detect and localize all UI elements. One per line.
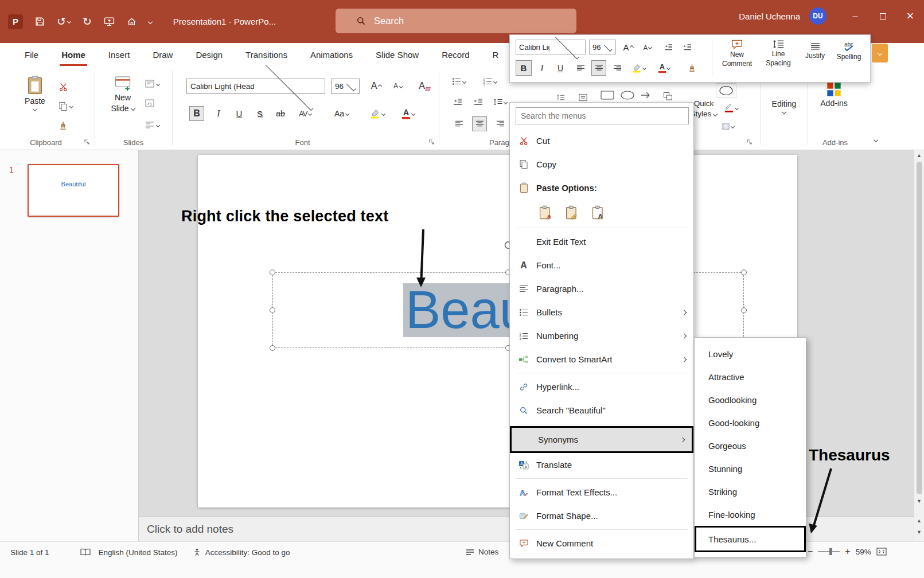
mini-font-size-combo[interactable]: 96 bbox=[589, 40, 616, 54]
section-button[interactable] bbox=[145, 121, 159, 129]
new-slide-button[interactable]: New Slide bbox=[105, 75, 141, 113]
mini-italic-button[interactable]: I bbox=[534, 60, 550, 76]
mini-grow-font-button[interactable]: A bbox=[621, 40, 636, 55]
slide-thumbnail[interactable]: Beautiful bbox=[28, 164, 119, 217]
collapse-ribbon-button[interactable] bbox=[874, 134, 878, 144]
scroll-down-icon[interactable]: ▼ bbox=[914, 499, 924, 504]
tab-design[interactable]: Design bbox=[187, 43, 231, 66]
mini-format-painter-button[interactable] bbox=[684, 60, 699, 76]
search-box[interactable]: Search bbox=[336, 9, 576, 33]
menu-item-bullets[interactable]: Bullets bbox=[510, 300, 693, 324]
scroll-up-icon[interactable]: ▲ bbox=[914, 153, 924, 158]
zoom-in-button[interactable]: + bbox=[845, 546, 850, 557]
resize-handle-top-left[interactable] bbox=[270, 270, 275, 275]
font-name-combo[interactable]: Calibri Light (Headings) bbox=[186, 79, 325, 94]
zoom-out-button[interactable]: − bbox=[808, 546, 813, 557]
menu-item-translate[interactable]: Aa Translate bbox=[510, 453, 693, 477]
spelling-button[interactable]: abc Spelling bbox=[831, 41, 867, 61]
mini-align-right-button[interactable] bbox=[610, 60, 625, 76]
accessibility-button[interactable]: Accessibility: Good to go bbox=[193, 548, 290, 557]
character-spacing-button[interactable]: AV bbox=[297, 106, 313, 121]
tab-review-partial[interactable]: R bbox=[484, 43, 508, 66]
menu-item-cut[interactable]: Cut bbox=[510, 129, 693, 153]
font-color-button[interactable]: A bbox=[400, 106, 416, 121]
text-shadow-button[interactable]: S bbox=[252, 106, 267, 121]
mini-font-name-combo[interactable]: Calibri Light (He bbox=[516, 40, 586, 54]
undo-button[interactable]: ↺ bbox=[57, 16, 71, 27]
previous-slide-icon[interactable]: ▲ bbox=[914, 518, 924, 524]
menu-search-input[interactable] bbox=[516, 107, 689, 124]
mini-bold-button[interactable]: B bbox=[516, 60, 532, 76]
strikethrough-button[interactable]: ab bbox=[273, 106, 288, 121]
increase-indent-button[interactable] bbox=[471, 95, 486, 110]
menu-item-format-text-effects[interactable]: A Format Text Effects... bbox=[510, 481, 693, 504]
bold-button[interactable]: B bbox=[189, 106, 204, 121]
zoom-slider[interactable] bbox=[818, 551, 840, 552]
shape-gallery-oval-button[interactable] bbox=[716, 83, 736, 98]
mini-highlight-button[interactable] bbox=[630, 60, 648, 76]
shape-arrow-icon[interactable] bbox=[638, 88, 656, 103]
shape-effects-button[interactable] bbox=[720, 119, 736, 134]
menu-item-font[interactable]: A Font... bbox=[510, 253, 693, 277]
add-ins-button[interactable]: Add-ins bbox=[812, 82, 856, 108]
mini-underline-button[interactable]: U bbox=[552, 60, 568, 76]
tab-record[interactable]: Record bbox=[433, 43, 478, 66]
bullets-button[interactable] bbox=[450, 74, 467, 89]
mini-increase-indent-button[interactable] bbox=[680, 40, 695, 55]
mini-font-color-button[interactable]: A bbox=[657, 60, 672, 76]
new-comment-button[interactable]: New Comment bbox=[716, 39, 758, 68]
align-left-button[interactable] bbox=[451, 116, 466, 131]
synonym-lovely[interactable]: Lovely bbox=[695, 342, 806, 365]
resize-handle-mid-left[interactable] bbox=[270, 307, 275, 313]
vertical-scrollbar[interactable]: ▲ ▼ ▲ ▼ bbox=[914, 150, 924, 541]
reset-button[interactable] bbox=[145, 99, 154, 107]
text-highlight-button[interactable] bbox=[368, 106, 387, 121]
synonym-striking[interactable]: Striking bbox=[695, 480, 806, 503]
decrease-indent-button[interactable] bbox=[450, 95, 465, 110]
synonym-gorgeous[interactable]: Gorgeous bbox=[695, 434, 806, 457]
powerpoint-logo[interactable]: P bbox=[8, 14, 23, 29]
zoom-level[interactable]: 59% bbox=[856, 548, 871, 556]
italic-button[interactable]: I bbox=[211, 106, 226, 121]
tab-transitions[interactable]: Transitions bbox=[237, 43, 296, 66]
resize-handle-bottom-left[interactable] bbox=[270, 345, 275, 351]
tab-draw[interactable]: Draw bbox=[144, 43, 181, 66]
menu-item-search-beautiful[interactable]: Search "Beautiful" bbox=[510, 399, 693, 422]
menu-item-new-comment[interactable]: New Comment bbox=[510, 532, 693, 555]
format-painter-button[interactable] bbox=[59, 121, 68, 131]
zoom-slider-thumb[interactable] bbox=[829, 548, 832, 555]
user-name[interactable]: Daniel Uchenna bbox=[739, 11, 800, 21]
menu-item-hyperlink[interactable]: Hyperlink... bbox=[510, 375, 693, 399]
clear-formatting-button[interactable]: A bbox=[417, 79, 432, 93]
orange-dropdown-button[interactable] bbox=[872, 44, 888, 63]
align-center-button[interactable] bbox=[472, 116, 487, 131]
menu-item-exit-edit-text[interactable]: Exit Edit Text bbox=[510, 230, 693, 253]
fit-slide-button[interactable] bbox=[876, 548, 887, 556]
menu-item-convert-to-smartart[interactable]: Convert to SmartArt bbox=[510, 347, 693, 371]
synonym-good-looking[interactable]: Good-looking bbox=[695, 411, 806, 434]
maximize-button[interactable] bbox=[869, 0, 896, 32]
menu-item-paragraph[interactable]: Paragraph... bbox=[510, 277, 693, 300]
change-case-button[interactable]: Aa bbox=[333, 106, 350, 121]
customize-qat-button[interactable] bbox=[149, 20, 152, 24]
paste-option-keep-text-only[interactable]: A bbox=[589, 204, 607, 222]
shape-rectangle-icon[interactable] bbox=[598, 88, 617, 103]
layout-button[interactable] bbox=[145, 80, 159, 88]
shrink-font-button[interactable]: A bbox=[391, 79, 406, 93]
line-spacing-button[interactable]: Line Spacing bbox=[760, 39, 797, 68]
start-slideshow-button[interactable] bbox=[104, 17, 115, 26]
tab-animations[interactable]: Animations bbox=[302, 43, 361, 66]
shape-outline-button[interactable] bbox=[723, 100, 740, 115]
grow-font-button[interactable]: A bbox=[369, 79, 384, 93]
justify-button[interactable]: Justify bbox=[800, 42, 830, 60]
numbering-button[interactable]: 123 bbox=[481, 74, 498, 89]
synonym-fine-looking[interactable]: Fine-looking bbox=[695, 503, 806, 526]
font-size-combo[interactable]: 96 bbox=[331, 79, 360, 94]
synonym-goodlooking[interactable]: Goodlooking bbox=[695, 388, 806, 411]
synonym-attractive[interactable]: Attractive bbox=[695, 365, 806, 388]
menu-item-format-shape[interactable]: Format Shape... bbox=[510, 504, 693, 528]
resize-handle-top-right[interactable] bbox=[741, 270, 747, 275]
mini-align-center-button[interactable] bbox=[591, 60, 606, 76]
avatar[interactable]: DU bbox=[809, 7, 826, 25]
editing-button[interactable]: Editing bbox=[764, 99, 804, 114]
